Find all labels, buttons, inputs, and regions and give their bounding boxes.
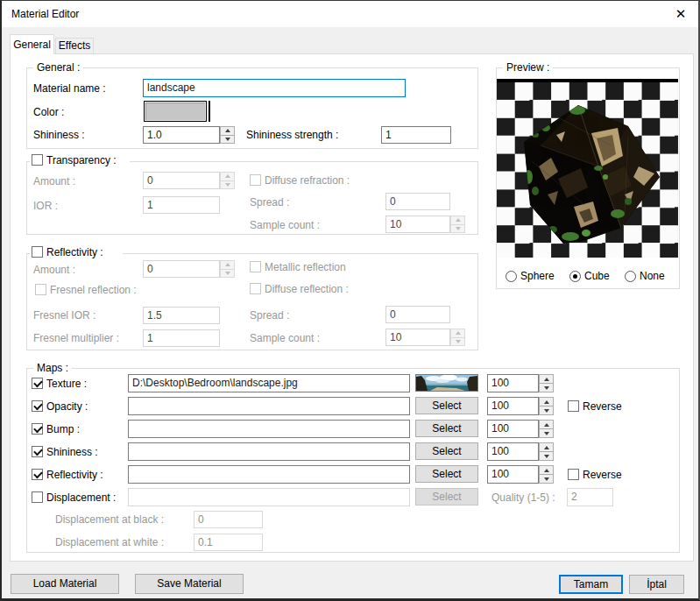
fresnel-multiplier-label: Fresnel multiplier : — [33, 332, 119, 345]
spin-down-icon — [220, 180, 235, 190]
none-radio[interactable] — [625, 271, 636, 282]
displacement-path-input — [128, 488, 410, 506]
texture-thumbnail-image — [416, 375, 477, 391]
fresnel-ior-input: 1.5 — [143, 307, 220, 324]
opacity-select-button[interactable]: Select — [415, 397, 478, 414]
reflectivity-reverse-checkbox[interactable] — [568, 469, 579, 480]
transparency-checkbox[interactable] — [32, 154, 43, 166]
cube-radio[interactable] — [569, 271, 581, 282]
reflectivity-spread-label: Spread : — [250, 309, 289, 322]
shininess-map-checkbox[interactable] — [32, 446, 43, 457]
bump-checkbox[interactable] — [32, 423, 43, 435]
ok-button[interactable]: Tamam — [559, 575, 623, 594]
preview-group-label: Preview : — [503, 61, 553, 74]
material-name-input[interactable]: landscape — [143, 79, 406, 97]
color-swatch-button[interactable] — [144, 101, 207, 122]
fresnel-reflection-label: Fresnel reflection : — [50, 284, 137, 297]
bump-path-input[interactable] — [128, 420, 410, 438]
reflectivity-spread-input: 0 — [385, 306, 450, 323]
save-material-button[interactable]: Save Material — [135, 574, 244, 594]
tab-effects[interactable]: Effects — [55, 38, 94, 54]
reflectivity-sample-count-label: Sample count : — [250, 332, 320, 345]
diffuse-reflection-label: Diffuse reflection : — [265, 283, 349, 296]
displacement-black-label: Displacement at black : — [55, 513, 164, 527]
titlebar: Material Editor ✕ — [2, 1, 698, 27]
spin-down-icon[interactable] — [539, 428, 554, 438]
spin-down-icon — [450, 337, 465, 347]
opacity-amount-spinner[interactable] — [539, 397, 554, 415]
cube-radio-label: Cube — [584, 270, 610, 283]
spin-down-icon[interactable] — [539, 406, 554, 415]
color-swatch-edge — [209, 101, 210, 122]
spin-down-icon[interactable] — [539, 451, 554, 461]
reflectivity-map-amount-spinner[interactable] — [539, 465, 554, 484]
texture-thumbnail[interactable] — [415, 374, 478, 392]
quality-input: 2 — [567, 488, 613, 506]
shininess-strength-input[interactable]: 1 — [381, 126, 451, 144]
spin-down-icon — [220, 269, 235, 279]
shininess-map-amount-input[interactable]: 100 — [487, 442, 539, 461]
reflectivity-map-checkbox[interactable] — [32, 469, 43, 480]
tab-page-general: General : Material name : landscape Colo… — [10, 53, 694, 562]
shininess-map-select-button[interactable]: Select — [415, 442, 478, 460]
texture-amount-spinner[interactable] — [539, 374, 554, 392]
displacement-checkbox[interactable] — [32, 491, 43, 503]
ior-input: 1 — [143, 196, 220, 214]
reflectivity-checkbox[interactable] — [32, 246, 43, 258]
reflectivity-sample-count-input: 10 — [385, 329, 450, 346]
maps-group-label: Maps : — [33, 362, 72, 374]
reflectivity-group-label: Reflectivity : — [46, 246, 103, 259]
displacement-white-input: 0.1 — [194, 534, 263, 551]
bump-amount-spinner[interactable] — [539, 420, 554, 438]
opacity-reverse-checkbox[interactable] — [568, 400, 579, 412]
texture-checkbox[interactable] — [32, 378, 43, 389]
spin-down-icon[interactable] — [539, 383, 554, 392]
fresnel-multiplier-input: 1 — [143, 329, 220, 347]
reflectivity-map-label: Reflectivity : — [46, 469, 103, 482]
texture-path-input[interactable]: D:\Desktop\Bedroom\landscape.jpg — [128, 374, 410, 392]
transparency-sample-count-spinner — [450, 216, 465, 233]
reflectivity-amount-input: 0 — [143, 260, 220, 278]
opacity-amount-input[interactable]: 100 — [487, 397, 539, 415]
reflectivity-sample-count-spinner — [450, 329, 465, 346]
close-icon[interactable]: ✕ — [671, 4, 690, 24]
cancel-button[interactable]: İptal — [629, 575, 684, 594]
opacity-checkbox[interactable] — [32, 400, 43, 412]
fresnel-ior-label: Fresnel IOR : — [33, 309, 95, 322]
transparency-amount-input: 0 — [143, 172, 220, 189]
opacity-label: Opacity : — [46, 400, 88, 414]
load-material-button[interactable]: Load Material — [11, 574, 119, 594]
reflectivity-map-select-button[interactable]: Select — [415, 465, 478, 483]
displacement-select-button: Select — [415, 488, 478, 506]
transparency-amount-label: Amount : — [33, 175, 75, 188]
tab-general[interactable]: General — [10, 34, 54, 54]
transparency-spread-input: 0 — [385, 193, 450, 210]
opacity-path-input[interactable] — [128, 397, 410, 415]
displacement-label: Displacement : — [46, 491, 116, 505]
window-title: Material Editor — [11, 8, 79, 20]
shininess-map-path-input[interactable] — [128, 442, 410, 461]
sphere-radio-label: Sphere — [520, 270, 555, 283]
reflectivity-map-amount-input[interactable]: 100 — [487, 465, 539, 484]
shininess-input[interactable]: 1.0 — [143, 126, 220, 144]
preview-image — [497, 79, 678, 258]
displacement-black-input: 0 — [194, 511, 263, 528]
opacity-reverse-label: Reverse — [583, 400, 622, 414]
material-editor-dialog: Material Editor ✕ General Effects Genera… — [0, 0, 700, 601]
spin-down-icon[interactable] — [539, 474, 554, 484]
shininess-map-amount-spinner[interactable] — [539, 442, 554, 461]
transparency-amount-spinner — [220, 172, 235, 189]
diffuse-reflection-checkbox — [250, 283, 261, 294]
bump-amount-input[interactable]: 100 — [487, 420, 539, 438]
metallic-reflection-checkbox — [250, 261, 261, 272]
spin-down-icon — [450, 224, 465, 234]
bump-select-button[interactable]: Select — [415, 420, 478, 437]
spin-down-icon[interactable] — [220, 135, 235, 145]
texture-amount-input[interactable]: 100 — [487, 374, 539, 392]
reflectivity-map-path-input[interactable] — [128, 465, 410, 484]
fresnel-reflection-checkbox — [35, 284, 46, 295]
shininess-spinner[interactable] — [220, 126, 235, 144]
sphere-radio[interactable] — [506, 271, 517, 282]
bump-label: Bump : — [46, 423, 80, 436]
transparency-sample-count-input: 10 — [385, 216, 450, 233]
